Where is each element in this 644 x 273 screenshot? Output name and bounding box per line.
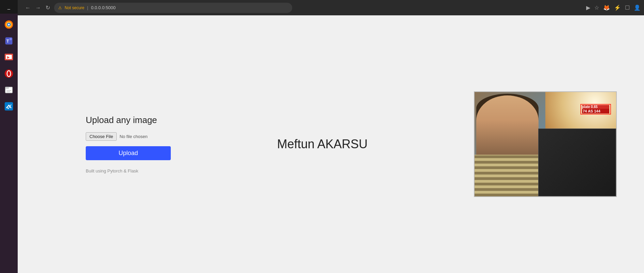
address-bar[interactable]: ⚠ Not secure | 0.0.0.0:5000 (54, 3, 292, 13)
result-image-container: plate 0.65 74 AS 144 (474, 91, 617, 197)
result-image: plate 0.65 74 AS 144 (475, 92, 616, 196)
upload-button[interactable]: Upload (86, 146, 171, 160)
svg-rect-13 (5, 87, 9, 89)
svg-text:T: T (6, 39, 9, 44)
browser-play-icon[interactable]: ▶ (586, 4, 590, 11)
detection-label: plate 0.65 (582, 105, 609, 109)
taskbar-icon-firefox[interactable] (2, 18, 16, 31)
back-button[interactable]: ← (24, 3, 32, 12)
taskbar-icon-vscode[interactable] (2, 100, 16, 113)
browser-window-icon[interactable]: ☐ (625, 4, 630, 11)
taskbar-icon-teams[interactable]: T (2, 34, 16, 48)
no-file-text: No file chosen (119, 134, 147, 139)
phone-area (538, 128, 616, 196)
plate-number: 74 AS 144 (582, 109, 609, 113)
svg-point-3 (8, 24, 10, 25)
upload-title: Upload any image (86, 115, 157, 125)
author-name: Meftun AKARSU (277, 137, 367, 151)
browser-extensions-icon[interactable]: ⚡ (614, 4, 621, 11)
file-input-row: Choose File No file chosen (86, 132, 148, 141)
detection-box: plate 0.65 74 AS 144 (580, 104, 611, 115)
taskbar-icon-files[interactable] (2, 83, 16, 97)
browser-star-icon[interactable]: ☆ (594, 4, 599, 11)
security-warning-text: Not secure (65, 5, 84, 10)
taskbar-top-button[interactable]: _ (0, 0, 18, 14)
forward-button[interactable]: → (34, 3, 42, 12)
refresh-button[interactable]: ↻ (44, 3, 51, 12)
svg-text:▶: ▶ (7, 56, 10, 59)
browser-profile-icon[interactable]: 👤 (634, 4, 641, 11)
os-taskbar: _ T ▶ (0, 0, 18, 273)
svg-rect-16 (5, 102, 13, 111)
url-separator: | (87, 5, 88, 10)
terminal-icon: _ (7, 4, 10, 10)
main-container: Upload any image Choose File No file cho… (18, 15, 644, 273)
url-text: 0.0.0.0:5000 (91, 5, 115, 10)
taskbar-icon-presentation[interactable]: ▶ (2, 50, 16, 64)
built-with-text: Built using Pytorch & Flask (86, 168, 138, 173)
nav-buttons: ← → ↻ (24, 3, 51, 12)
browser-firefox-icon[interactable]: 🦊 (603, 4, 610, 11)
browser-right-icons: ▶ ☆ 🦊 ⚡ ☐ 👤 (586, 4, 641, 11)
choose-file-button[interactable]: Choose File (86, 132, 117, 141)
svg-point-6 (10, 38, 12, 40)
security-warning-icon: ⚠ (58, 5, 62, 10)
shirt-area (475, 155, 543, 196)
browser-chrome: ← → ↻ ⚠ Not secure | 0.0.0.0:5000 ▶ ☆ 🦊 … (0, 0, 644, 15)
taskbar-icon-opera[interactable] (2, 67, 16, 80)
upload-section: Upload any image Choose File No file cho… (86, 115, 171, 173)
